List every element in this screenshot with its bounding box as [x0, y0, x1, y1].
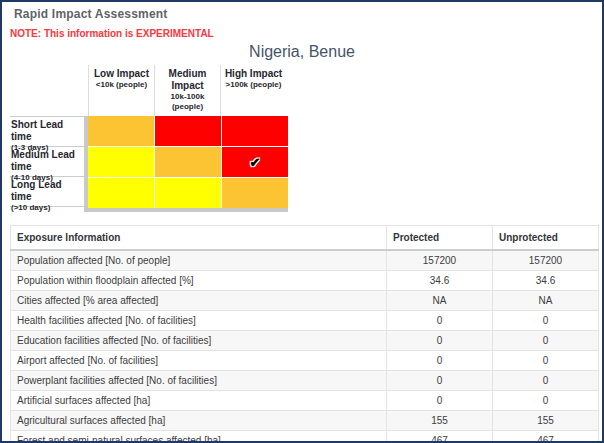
row-title: Long Lead time [11, 179, 84, 203]
impact-cell-1-2[interactable]: ✔ [222, 147, 288, 177]
unprotected-value: 467 [493, 431, 599, 443]
exposure-label: Population affected [No. of people] [11, 250, 387, 271]
protected-value: NA [387, 291, 493, 311]
impact-cell-2-1[interactable] [155, 178, 221, 208]
table-row: Airport affected [No. of facilities]00 [11, 351, 599, 371]
unprotected-header: Unprotected [493, 226, 599, 251]
table-row: Education facilities affected [No. of fa… [11, 331, 599, 351]
column-subtitle: 10k-100k (people) [156, 92, 219, 112]
lead-time-labels: Short Lead time (1-3 days) Medium Lead t… [10, 116, 84, 212]
column-subtitle: >100k (people) [222, 80, 285, 90]
unprotected-value: NA [493, 291, 599, 311]
impact-matrix: Low Impact <10k (people) Medium Impact 1… [10, 65, 288, 212]
rapid-impact-assessment-panel: Rapid Impact Assessment NOTE: This infor… [0, 0, 604, 443]
row-subtitle: (>10 days) [11, 203, 84, 213]
unprotected-value: 157200 [493, 250, 599, 271]
impact-grid: ✔ [84, 116, 288, 212]
protected-value: 34.6 [387, 271, 493, 291]
exposure-label: Education facilities affected [No. of fa… [11, 331, 387, 351]
exposure-table-header-row: Exposure Information Protected Unprotect… [11, 226, 599, 251]
exposure-label: Airport affected [No. of facilities] [11, 351, 387, 371]
table-row: Population within floodplain affected [%… [11, 271, 599, 291]
row-label-long-lead-time: Long Lead time (>10 days) [10, 176, 84, 207]
exposure-table-body: Population affected [No. of people]15720… [11, 250, 599, 443]
impact-cell-1-0[interactable] [88, 147, 154, 177]
column-header-medium-impact: Medium Impact 10k-100k (people) [154, 65, 220, 116]
protected-value: 0 [387, 311, 493, 331]
exposure-label: Forest and semi-natural surfaces affecte… [11, 431, 387, 443]
unprotected-value: 0 [493, 331, 599, 351]
table-row: Agricultural surfaces affected [ha]15515… [11, 411, 599, 431]
impact-cell-0-2[interactable] [222, 116, 288, 146]
exposure-label: Powerplant facilities affected [No. of f… [11, 371, 387, 391]
unprotected-value: 155 [493, 411, 599, 431]
exposure-table: Exposure Information Protected Unprotect… [10, 225, 599, 443]
column-subtitle: <10k (people) [90, 80, 153, 90]
exposure-label: Health facilities affected [No. of facil… [11, 311, 387, 331]
selected-check-icon: ✔ [222, 147, 288, 177]
protected-header: Protected [387, 226, 493, 251]
column-header-high-impact: High Impact >100k (people) [220, 65, 286, 116]
unprotected-value: 34.6 [493, 271, 599, 291]
unprotected-value: 0 [493, 351, 599, 371]
protected-value: 0 [387, 351, 493, 371]
protected-value: 467 [387, 431, 493, 443]
exposure-label: Agricultural surfaces affected [ha] [11, 411, 387, 431]
row-title: Medium Lead time [11, 149, 84, 173]
impact-matrix-body: Short Lead time (1-3 days) Medium Lead t… [10, 116, 288, 212]
protected-value: 0 [387, 391, 493, 411]
row-title: Short Lead time [11, 119, 84, 143]
exposure-label: Cities affected [% area affected] [11, 291, 387, 311]
protected-value: 0 [387, 371, 493, 391]
exposure-info-header: Exposure Information [11, 226, 387, 251]
protected-value: 155 [387, 411, 493, 431]
page-title: Rapid Impact Assessment [14, 7, 602, 21]
region-title: Nigeria, Benue [2, 43, 602, 61]
unprotected-value: 0 [493, 371, 599, 391]
table-row: Artificial surfaces affected [ha]00 [11, 391, 599, 411]
table-row: Cities affected [% area affected]NANA [11, 291, 599, 311]
unprotected-value: 0 [493, 391, 599, 411]
row-label-short-lead-time: Short Lead time (1-3 days) [10, 116, 84, 146]
protected-value: 0 [387, 331, 493, 351]
table-row: Health facilities affected [No. of facil… [11, 311, 599, 331]
unprotected-value: 0 [493, 311, 599, 331]
exposure-label: Population within floodplain affected [%… [11, 271, 387, 291]
impact-matrix-header-row: Low Impact <10k (people) Medium Impact 1… [10, 65, 288, 116]
impact-cell-2-2[interactable] [222, 178, 288, 208]
column-title: Medium Impact [156, 68, 219, 92]
impact-cell-2-0[interactable] [88, 178, 154, 208]
impact-cell-1-1[interactable] [155, 147, 221, 177]
column-title: High Impact [222, 68, 285, 80]
table-row: Population affected [No. of people]15720… [11, 250, 599, 271]
matrix-corner-cell [10, 65, 88, 116]
experimental-note: NOTE: This information is EXPERIMENTAL [10, 28, 602, 39]
column-header-low-impact: Low Impact <10k (people) [88, 65, 154, 116]
table-row: Forest and semi-natural surfaces affecte… [11, 431, 599, 443]
exposure-label: Artificial surfaces affected [ha] [11, 391, 387, 411]
row-label-medium-lead-time: Medium Lead time (4-10 days) [10, 146, 84, 176]
column-title: Low Impact [90, 68, 153, 80]
impact-cell-0-0[interactable] [88, 116, 154, 146]
protected-value: 157200 [387, 250, 493, 271]
impact-cell-0-1[interactable] [155, 116, 221, 146]
table-row: Powerplant facilities affected [No. of f… [11, 371, 599, 391]
